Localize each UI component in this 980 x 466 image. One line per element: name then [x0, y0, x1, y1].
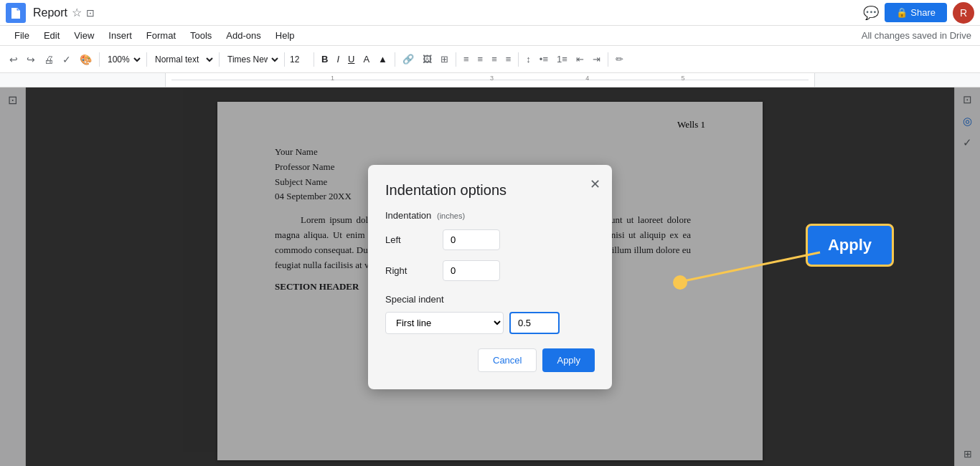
share-button[interactable]: 🔒 Share: [885, 3, 947, 22]
left-label: Left: [385, 234, 443, 245]
avatar[interactable]: R: [953, 2, 974, 24]
saved-status: All changes saved in Drive: [862, 30, 971, 41]
special-indent-value[interactable]: [509, 312, 560, 334]
unit-label: (inches): [437, 211, 465, 220]
modal-buttons: Cancel Apply: [385, 348, 595, 372]
style-select[interactable]: Normal text: [151, 52, 215, 67]
menu-insert[interactable]: Insert: [103, 29, 138, 42]
paint-button[interactable]: 🎨: [76, 51, 95, 68]
indent-more-button[interactable]: ⇥: [589, 51, 604, 67]
modal-title: Indentation options: [385, 182, 595, 199]
menu-help[interactable]: Help: [270, 29, 301, 42]
share-icon: 🔒: [896, 7, 908, 18]
right-indent-input[interactable]: [443, 260, 500, 281]
drive-icon[interactable]: ⊡: [86, 7, 95, 19]
special-indent-label: Special indent: [385, 294, 595, 305]
image-button[interactable]: 🖼: [419, 51, 435, 67]
underline-button[interactable]: U: [344, 51, 358, 67]
left-indent-row: Left: [385, 229, 595, 250]
special-indent-select[interactable]: (none) First line Hanging: [385, 312, 504, 334]
menu-file[interactable]: File: [9, 29, 35, 42]
align-center-button[interactable]: ≡: [474, 51, 487, 67]
align-left-button[interactable]: ≡: [460, 51, 473, 67]
apply-button[interactable]: Apply: [542, 348, 595, 372]
menu-addons[interactable]: Add-ons: [220, 29, 266, 42]
ruler: 1 3 4 5: [165, 73, 815, 87]
menu-view[interactable]: View: [68, 29, 100, 42]
menu-format[interactable]: Format: [141, 29, 182, 42]
text-color-button[interactable]: A: [359, 51, 373, 67]
menu-edit[interactable]: Edit: [38, 29, 65, 42]
indentation-section-label: Indentation (inches): [385, 210, 595, 221]
top-right-controls: 💬 🔒 Share R: [863, 2, 974, 24]
pen-icon[interactable]: ✏: [612, 51, 627, 67]
doc-title: Report: [33, 6, 67, 19]
indent-less-button[interactable]: ⇤: [573, 51, 588, 67]
modal-overlay: Indentation options ✕ Indentation (inche…: [0, 87, 980, 466]
bullet-list-button[interactable]: •≡: [536, 51, 552, 67]
highlight-button[interactable]: ▲: [374, 51, 391, 67]
line-spacing-button[interactable]: ↕: [522, 51, 534, 67]
num-list-button[interactable]: 1≡: [553, 51, 571, 67]
justify-button[interactable]: ≡: [502, 51, 515, 67]
special-indent-row: (none) First line Hanging: [385, 312, 595, 334]
right-label: Right: [385, 265, 443, 276]
redo-button[interactable]: ↪: [23, 51, 39, 68]
bold-button[interactable]: B: [318, 51, 331, 67]
right-indent-row: Right: [385, 260, 595, 281]
zoom-select[interactable]: 100%: [103, 52, 143, 67]
print-button[interactable]: 🖨: [40, 51, 57, 68]
undo-button[interactable]: ↩: [6, 51, 22, 68]
left-indent-input[interactable]: [443, 229, 500, 250]
link-button[interactable]: 🔗: [399, 51, 418, 67]
indentation-modal: Indentation options ✕ Indentation (inche…: [368, 165, 612, 389]
align-right-button[interactable]: ≡: [488, 51, 501, 67]
comments-icon[interactable]: 💬: [863, 5, 879, 21]
menu-tools[interactable]: Tools: [184, 29, 217, 42]
doc-icon: [6, 3, 26, 23]
italic-button[interactable]: I: [333, 51, 343, 67]
font-size-input[interactable]: [288, 53, 310, 66]
star-icon[interactable]: ☆: [72, 6, 82, 19]
modal-close-button[interactable]: ✕: [590, 176, 600, 192]
font-select[interactable]: Times New...: [223, 52, 281, 67]
spellcheck-button[interactable]: ✓: [59, 51, 75, 68]
cancel-button[interactable]: Cancel: [478, 348, 537, 372]
table-button[interactable]: ⊞: [437, 51, 452, 67]
